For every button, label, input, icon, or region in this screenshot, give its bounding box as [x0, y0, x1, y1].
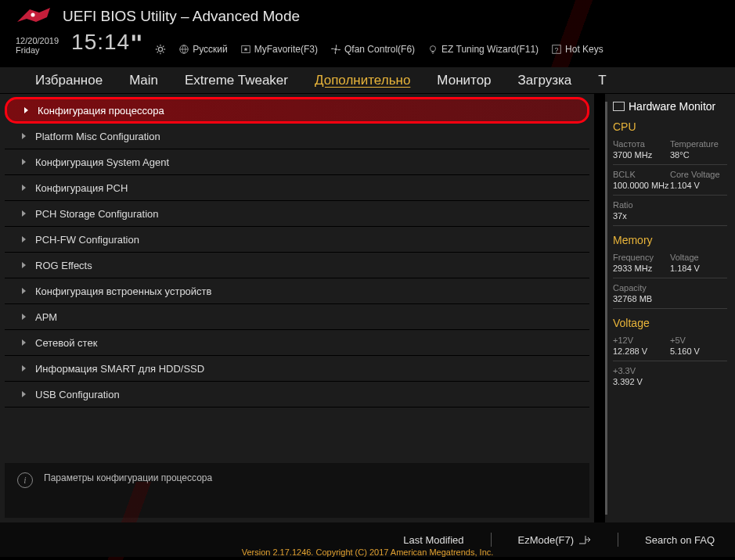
- menu-item[interactable]: USB Configuration: [5, 382, 589, 407]
- question-icon: ?: [551, 44, 562, 55]
- tab-дополнительно[interactable]: Дополнительно: [301, 68, 423, 93]
- gear-icon[interactable]: [155, 44, 166, 55]
- chevron-right-icon: [22, 133, 26, 139]
- menu-item[interactable]: Конфигурация PCH: [5, 175, 589, 201]
- menu-item[interactable]: PCH Storage Configuration: [5, 201, 589, 227]
- scrollbar-track[interactable]: [594, 94, 605, 522]
- mem-cap-value: 32768 MB: [613, 294, 670, 303]
- chevron-right-icon: [22, 288, 26, 294]
- chevron-right-icon: [22, 159, 26, 165]
- v12-label: +12V: [613, 336, 670, 345]
- menu-item-label: ROG Effects: [35, 260, 92, 271]
- fan-icon: [330, 44, 341, 55]
- menu-item[interactable]: ROG Effects: [5, 253, 589, 278]
- tab-bar: ИзбранноеMainExtreme TweakerДополнительн…: [0, 67, 735, 94]
- cpu-temp-label: Temperature: [670, 139, 727, 149]
- v5-label: +5V: [670, 336, 727, 345]
- menu-item-label: Конфигурация PCH: [35, 182, 128, 194]
- v5-value: 5.160 V: [670, 346, 727, 356]
- menu-item[interactable]: Конфигурация процессора: [5, 97, 589, 124]
- menu-item-label: USB Configuration: [35, 389, 120, 400]
- chevron-right-icon: [22, 365, 26, 372]
- last-modified-button[interactable]: Last Modified: [403, 534, 463, 546]
- ez-tuning-button[interactable]: EZ Tuning Wizard(F11): [427, 44, 539, 55]
- star-icon: [240, 44, 251, 55]
- bclk-value: 100.0000 MHz: [613, 181, 670, 190]
- menu-item-label: PCH Storage Configuration: [35, 208, 159, 220]
- svg-point-1: [159, 47, 163, 51]
- svg-point-5: [431, 46, 436, 52]
- bulb-icon: [427, 44, 438, 55]
- tab-избранное[interactable]: Избранное: [22, 68, 116, 93]
- mem-volt-value: 1.184 V: [670, 264, 727, 273]
- menu-item-label: APM: [35, 311, 57, 323]
- chevron-right-icon: [22, 210, 26, 217]
- myfavorite-button[interactable]: MyFavorite(F3): [240, 44, 318, 55]
- ratio-value: 37x: [613, 211, 670, 221]
- search-faq-button[interactable]: Search on FAQ: [645, 534, 715, 546]
- memory-section-title: Memory: [613, 234, 727, 246]
- chevron-right-icon: [22, 185, 26, 191]
- chevron-right-icon: [24, 107, 28, 113]
- menu-item[interactable]: Информация SMART для HDD/SSD: [5, 356, 589, 382]
- menu-item[interactable]: Platform Misc Configuration: [5, 124, 589, 149]
- exit-icon: [578, 535, 591, 544]
- menu-item[interactable]: Конфигурация System Agent: [5, 149, 589, 175]
- mem-volt-label: Voltage: [670, 253, 727, 262]
- cpu-freq-value: 3700 MHz: [613, 150, 670, 160]
- globe-icon: [178, 44, 189, 55]
- menu-item[interactable]: Конфигурация встроенных устройств: [5, 278, 589, 304]
- hardware-monitor: Hardware Monitor CPU Частота Temperature…: [605, 94, 735, 522]
- cpu-temp-value: 38°C: [670, 150, 727, 160]
- menu-item[interactable]: Сетевой стек: [5, 330, 589, 356]
- menu-item[interactable]: PCH-FW Configuration: [5, 227, 589, 253]
- chevron-right-icon: [22, 391, 26, 397]
- clock: 15:14▮▮: [71, 30, 142, 55]
- chevron-right-icon: [22, 262, 26, 268]
- main-panel: Конфигурация процессораPlatform Misc Con…: [0, 94, 594, 522]
- menu-item-label: Конфигурация встроенных устройств: [35, 285, 211, 297]
- menu-item-label: Сетевой стек: [35, 337, 97, 349]
- header: UEFI BIOS Utility – Advanced Mode 12/20/…: [0, 0, 735, 67]
- chevron-right-icon: [22, 339, 26, 346]
- version-text: Version 2.17.1246. Copyright (C) 2017 Am…: [0, 547, 735, 557]
- svg-text:?: ?: [555, 46, 559, 54]
- cpu-freq-label: Частота: [613, 139, 670, 149]
- app-title: UEFI BIOS Utility – Advanced Mode: [63, 8, 300, 25]
- cpu-section-title: CPU: [613, 120, 727, 133]
- tab-extreme-tweaker[interactable]: Extreme Tweaker: [171, 68, 301, 93]
- tab-t[interactable]: T: [585, 68, 619, 93]
- chevron-right-icon: [22, 236, 26, 242]
- voltage-section-title: Voltage: [613, 317, 727, 329]
- menu-item-label: Конфигурация System Agent: [35, 156, 169, 168]
- svg-point-0: [31, 13, 35, 17]
- v12-value: 12.288 V: [613, 346, 670, 356]
- tab-main[interactable]: Main: [116, 68, 171, 93]
- hotkeys-button[interactable]: ? Hot Keys: [551, 44, 603, 55]
- bclk-label: BCLK: [613, 170, 670, 179]
- menu-item-label: Platform Misc Configuration: [35, 131, 160, 142]
- ratio-label: Ratio: [613, 200, 670, 210]
- menu-item[interactable]: APM: [5, 304, 589, 330]
- ezmode-button[interactable]: EzMode(F7): [518, 534, 592, 546]
- mem-cap-label: Capacity: [613, 283, 670, 293]
- menu-item-label: Конфигурация процессора: [38, 105, 164, 117]
- rog-logo: [16, 6, 52, 27]
- mem-freq-value: 2933 MHz: [613, 264, 670, 273]
- qfan-button[interactable]: Qfan Control(F6): [330, 44, 415, 55]
- v33-label: +3.3V: [613, 366, 670, 375]
- menu-item-label: Информация SMART для HDD/SSD: [35, 363, 204, 375]
- mem-freq-label: Frequency: [613, 253, 670, 262]
- language-selector[interactable]: Русский: [178, 44, 228, 55]
- v33-value: 3.392 V: [613, 377, 670, 386]
- tab-монитор[interactable]: Монитор: [423, 68, 504, 93]
- menu-list: Конфигурация процессораPlatform Misc Con…: [0, 94, 594, 457]
- datetime: 12/20/2019 Friday: [16, 36, 59, 55]
- hw-monitor-title: Hardware Monitor: [613, 100, 727, 113]
- core-voltage-label: Core Voltage: [670, 170, 727, 179]
- svg-point-4: [334, 48, 337, 51]
- menu-item-label: PCH-FW Configuration: [35, 234, 139, 246]
- monitor-icon: [613, 102, 625, 111]
- tab-загрузка[interactable]: Загрузка: [505, 68, 585, 93]
- core-voltage-value: 1.104 V: [670, 181, 727, 190]
